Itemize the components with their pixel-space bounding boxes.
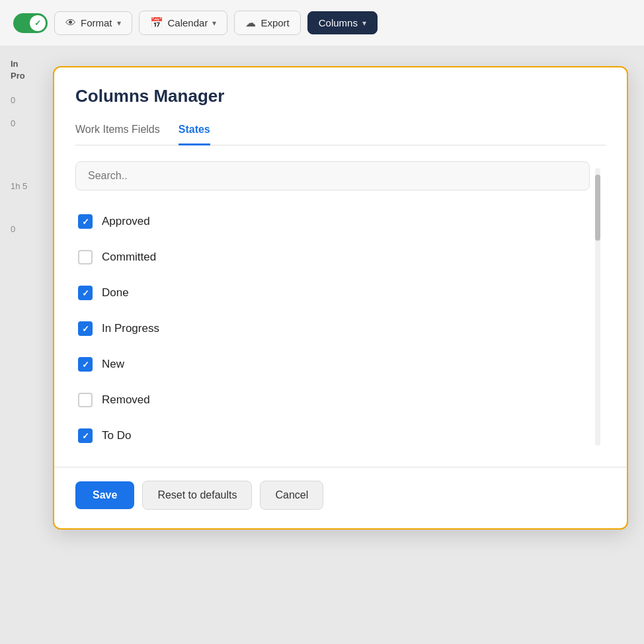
export-label: Export bbox=[261, 17, 289, 28]
modal-content: ApprovedCommittedDoneIn ProgressNewRemov… bbox=[75, 161, 590, 454]
modal-title: Columns Manager bbox=[75, 86, 606, 106]
checkbox-list: ApprovedCommittedDoneIn ProgressNewRemov… bbox=[75, 204, 590, 454]
export-button[interactable]: ☁ Export bbox=[234, 11, 300, 35]
checkbox-label-to-do: To Do bbox=[102, 429, 131, 442]
checkbox-label-new: New bbox=[102, 358, 124, 371]
toggle-check-icon: ✓ bbox=[34, 19, 41, 28]
format-chevron-icon: ▾ bbox=[117, 19, 121, 28]
checkbox-approved[interactable] bbox=[78, 214, 93, 229]
toggle-knob: ✓ bbox=[30, 15, 46, 31]
checkbox-label-committed: Committed bbox=[102, 251, 156, 264]
checkbox-to-do[interactable] bbox=[78, 428, 93, 443]
search-input[interactable] bbox=[75, 161, 590, 190]
calendar-icon: 📅 bbox=[150, 17, 163, 29]
modal-footer: Save Reset to defaults Cancel bbox=[54, 467, 627, 528]
checkbox-item-approved[interactable]: Approved bbox=[75, 204, 590, 239]
checkbox-item-new[interactable]: New bbox=[75, 346, 590, 382]
format-button[interactable]: 👁 Format ▾ bbox=[54, 11, 132, 35]
tab-work-items[interactable]: Work Items Fields bbox=[75, 118, 160, 145]
checkbox-label-done: Done bbox=[102, 286, 129, 300]
columns-label: Columns bbox=[319, 17, 358, 28]
scrollbar-thumb bbox=[595, 175, 600, 241]
checkbox-committed[interactable] bbox=[78, 250, 93, 264]
checkbox-in-progress[interactable] bbox=[78, 321, 93, 336]
checkbox-new[interactable] bbox=[78, 357, 93, 372]
checkbox-item-removed[interactable]: Removed bbox=[75, 382, 590, 418]
cancel-button[interactable]: Cancel bbox=[260, 481, 323, 510]
checkbox-item-committed[interactable]: Committed bbox=[75, 239, 590, 275]
save-button[interactable]: Save bbox=[75, 481, 134, 509]
checkbox-item-in-progress[interactable]: In Progress bbox=[75, 311, 590, 346]
calendar-label: Calendar bbox=[168, 17, 208, 28]
eye-icon: 👁 bbox=[65, 17, 76, 29]
format-label: Format bbox=[81, 17, 112, 28]
export-icon: ☁ bbox=[245, 17, 256, 29]
columns-button[interactable]: Columns ▾ bbox=[307, 11, 378, 34]
tab-states[interactable]: States bbox=[179, 118, 210, 145]
scrollbar-track[interactable] bbox=[595, 168, 600, 446]
modal-header: Columns Manager Work Items Fields States bbox=[54, 67, 627, 145]
reset-defaults-button[interactable]: Reset to defaults bbox=[142, 481, 252, 510]
columns-manager-modal: Columns Manager Work Items Fields States… bbox=[53, 66, 628, 530]
checkbox-removed[interactable] bbox=[78, 393, 93, 407]
checkbox-label-approved: Approved bbox=[102, 215, 150, 228]
checkbox-label-removed: Removed bbox=[102, 393, 150, 407]
calendar-button[interactable]: 📅 Calendar ▾ bbox=[139, 11, 228, 35]
checkbox-label-in-progress: In Progress bbox=[102, 322, 159, 335]
calendar-chevron-icon: ▾ bbox=[212, 19, 216, 28]
toggle-switch[interactable]: ✓ bbox=[13, 13, 48, 33]
modal-tabs: Work Items Fields States bbox=[75, 118, 606, 145]
checkbox-done[interactable] bbox=[78, 286, 93, 300]
modal-body: ApprovedCommittedDoneIn ProgressNewRemov… bbox=[54, 145, 627, 454]
checkbox-item-to-do[interactable]: To Do bbox=[75, 418, 590, 454]
columns-chevron-icon: ▾ bbox=[362, 19, 366, 28]
toolbar: ✓ 👁 Format ▾ 📅 Calendar ▾ ☁ Export Colum… bbox=[0, 0, 644, 46]
checkbox-item-done[interactable]: Done bbox=[75, 275, 590, 311]
